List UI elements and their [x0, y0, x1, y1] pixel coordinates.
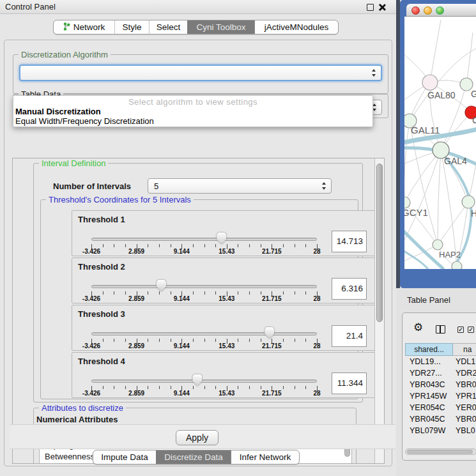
threshold-value-field[interactable]: 6.316 — [332, 278, 367, 300]
tab-jactivemnodules-label: jActiveMNodules — [265, 22, 329, 32]
network-edge — [438, 150, 441, 245]
tick-label: 2.859 — [118, 390, 156, 397]
apply-button[interactable]: Apply — [176, 430, 219, 445]
table-rows: YDL19...YDL1YDR27...YDR2YBR043CYBR0YPR14… — [405, 356, 476, 436]
network-edge — [466, 33, 473, 84]
slider-handle[interactable] — [217, 233, 226, 244]
tick-label: 15.43 — [208, 390, 246, 397]
table-row[interactable]: YBR045CYBR0 — [405, 413, 476, 425]
slider-tick-labels: -3.4262.8599.14415.4321.71528 — [91, 390, 317, 397]
tab-select-label: Select — [157, 22, 181, 32]
H-node[interactable] — [462, 196, 475, 208]
bottom-tab-bar: Impute DataDiscretize DataInfer Network — [93, 450, 300, 464]
tick-label: 28 — [298, 342, 336, 349]
tab-style[interactable]: Style — [114, 20, 149, 34]
slider-handle[interactable] — [192, 374, 202, 386]
cell-shared-name: YDL19... — [410, 356, 441, 367]
close-light-icon[interactable] — [411, 6, 420, 15]
node-label: GAL11 — [411, 125, 440, 135]
cell-shared-name: YPR145W — [410, 390, 447, 402]
gear-icon[interactable]: ⚙ — [413, 322, 423, 333]
node-table: shared...na YDL19...YDL1YDR27...YDR2YBR0… — [405, 343, 476, 449]
checkbox-icon[interactable]: ✓ — [468, 326, 474, 333]
group-title: Attributes to discretize — [39, 403, 126, 413]
algorithm-option-equal-width-frequency-discretization[interactable]: Equal Width/Frequency Discretization — [15, 116, 371, 125]
HAP2-node[interactable] — [433, 240, 443, 250]
slider-handle[interactable] — [265, 327, 274, 339]
slider-track[interactable] — [91, 332, 317, 335]
apply-strip: Apply — [10, 424, 395, 449]
close-icon[interactable] — [378, 3, 386, 11]
threshold-box-3: Threshold 3-3.4262.8599.14415.4321.71528… — [72, 305, 385, 351]
table-row[interactable]: YDL19...YDL1 — [405, 356, 476, 367]
tick-label: 28 — [298, 295, 336, 302]
slider-track[interactable] — [91, 285, 317, 288]
tab-infer-network[interactable]: Infer Network — [231, 450, 299, 464]
table-header: shared...na — [405, 343, 476, 356]
cyni-toolbox-panel: Discretization Algorithm Table Data galF… — [4, 40, 392, 466]
threshold-value-field[interactable]: 21.4 — [332, 325, 367, 347]
minimize-light-icon[interactable] — [424, 6, 432, 15]
group-title: Threshold's Coordinates for 5 Intervals — [46, 195, 194, 204]
cell-shared-name: YBR045C — [410, 413, 445, 425]
network-canvas[interactable]: GAL80GACGAL11GAL4GCY1HHAP2 — [404, 17, 476, 269]
table-row[interactable]: YBR043CYBR0 — [405, 379, 476, 390]
num-intervals-combobox[interactable]: 5 — [148, 178, 332, 194]
GAL80-node[interactable] — [422, 75, 438, 90]
float-icon[interactable] — [367, 4, 374, 11]
tick-label: 9.144 — [162, 295, 201, 302]
panel-scrollbar[interactable] — [374, 158, 384, 463]
table-row[interactable]: YDR27...YDR2 — [405, 367, 476, 379]
slider-track[interactable] — [91, 380, 317, 383]
node-label: H — [471, 208, 476, 219]
network-icon — [63, 22, 70, 33]
slider-tick-labels: -3.4262.8599.14415.4321.71528 — [91, 342, 317, 350]
combo-arrows-icon — [372, 69, 376, 77]
column-header-2[interactable]: na — [453, 343, 476, 356]
network-edge — [438, 202, 468, 245]
top-tab-bar: NetworkStyleSelectCyni ToolboxjActiveMNo… — [53, 20, 339, 35]
cell-name: YPR1 — [456, 390, 476, 402]
algorithm-option-manual-discretization[interactable]: Manual Discretization — [15, 107, 371, 116]
table-row[interactable]: YPR145WYPR1 — [405, 390, 476, 402]
slider-handle[interactable] — [157, 280, 166, 291]
column-header-1[interactable]: shared... — [405, 343, 453, 356]
tick-label: 15.43 — [208, 248, 246, 255]
node-label: GA — [471, 89, 476, 99]
threshold-value-field[interactable]: 11.344 — [332, 372, 367, 394]
tick-label: 28 — [298, 248, 336, 255]
columns-icon[interactable] — [436, 325, 445, 334]
network-edge — [404, 150, 441, 240]
tab-network[interactable]: Network — [54, 20, 114, 34]
tab-cyni-toolbox[interactable]: Cyni Toolbox — [187, 20, 254, 34]
network-graph[interactable]: GAL80GACGAL11GAL4GCY1HHAP2 — [404, 17, 476, 269]
algorithm-hint: Select algorithm to view settings — [13, 97, 372, 107]
cell-shared-name: YBL079W — [410, 425, 445, 436]
tab-discretize-data[interactable]: Discretize Data — [156, 450, 231, 464]
scrollbar-thumb[interactable] — [376, 164, 383, 322]
table-row[interactable]: YBL079WYBL0 — [405, 425, 476, 436]
threshold-label: Threshold 3 — [78, 309, 125, 319]
scrollbar-thumb[interactable] — [407, 450, 473, 454]
tab-select[interactable]: Select — [149, 20, 187, 34]
tick-label: 15.43 — [208, 342, 246, 349]
table-hscrollbar[interactable] — [405, 449, 476, 455]
edge-node[interactable] — [452, 261, 462, 269]
numerical-attributes-label: Numerical Attributes — [36, 415, 118, 424]
checkbox-icon[interactable]: ✓ — [457, 326, 464, 333]
node-label: GAL4 — [444, 156, 467, 166]
threshold-value-field[interactable]: 14.713 — [332, 231, 367, 252]
cell-shared-name: YER054C — [410, 402, 445, 413]
table-row[interactable]: YER054CYER0 — [405, 402, 476, 413]
table-panel-title: Table Panel — [407, 295, 450, 305]
zoom-light-icon[interactable] — [436, 6, 444, 15]
tab-discretize-data-label: Discretize Data — [164, 452, 223, 462]
threshold-coordinates-group: Threshold's Coordinates for 5 Intervals … — [40, 199, 358, 399]
tab-jactivemnodules[interactable]: jActiveMNodules — [254, 20, 338, 34]
algorithm-combobox[interactable] — [19, 65, 382, 81]
threshold-box-2: Threshold 2-3.4262.8599.14415.4321.71528… — [72, 257, 385, 303]
control-panel-titlebar: Control Panel — [0, 0, 396, 14]
slider-track[interactable] — [91, 238, 317, 241]
tab-impute-data[interactable]: Impute Data — [93, 450, 156, 464]
table-panel-window: ⚙ ✓ ✓ shared...na YDL19...YDL1YDR27...YD… — [402, 312, 476, 461]
